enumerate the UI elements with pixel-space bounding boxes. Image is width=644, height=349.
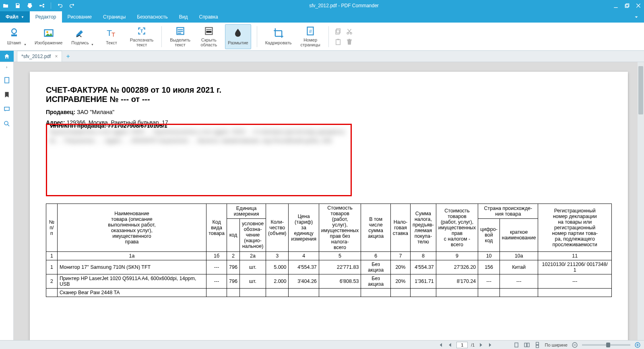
next-page-icon[interactable] <box>478 342 484 348</box>
add-tab[interactable]: + <box>62 51 74 62</box>
side-panel: › <box>0 62 14 340</box>
titlebar: sfv_2012.pdf - PDF Commander <box>0 0 644 11</box>
bookmarks-icon[interactable] <box>3 91 10 98</box>
close-window-icon[interactable] <box>635 2 642 9</box>
highlight-button[interactable]: Выделить текст <box>167 24 193 49</box>
table-row: 2Принтер HP LaserJet 1020 Q5911A A4, 600… <box>46 274 612 288</box>
svg-rect-25 <box>4 77 9 83</box>
restore-icon[interactable] <box>624 2 630 9</box>
svg-rect-21 <box>336 39 340 45</box>
status-bar: /1 По ширине <box>0 340 644 349</box>
zoom-in-icon[interactable] <box>634 342 641 348</box>
first-page-icon[interactable] <box>437 342 444 348</box>
svg-rect-34 <box>574 345 576 345</box>
pagenum-icon: # <box>305 26 316 36</box>
work-area: › СЧЕТ-ФАКТУРА № 000289 от 10 июля 2021 … <box>0 62 644 340</box>
pagenum-button[interactable]: # Номер страницы <box>298 24 323 49</box>
home-tab[interactable] <box>0 51 14 62</box>
sign-icon <box>74 27 86 39</box>
svg-rect-32 <box>536 345 539 347</box>
tab-pages[interactable]: Страницы <box>97 11 131 23</box>
stamp-button[interactable]: Штамп <box>4 24 28 49</box>
tab-file[interactable]: Файл <box>0 11 30 23</box>
tab-drawing[interactable]: Рисование <box>62 11 97 23</box>
search-icon[interactable] <box>3 120 10 127</box>
svg-rect-2 <box>626 4 629 6</box>
vertical-scrollbar[interactable] <box>638 62 644 340</box>
ocr-button[interactable]: T Распознать текст <box>128 24 156 49</box>
view-double-icon[interactable] <box>524 342 530 348</box>
blur-button[interactable]: Размытие <box>225 24 251 49</box>
ocr-label: Распознать текст <box>130 37 153 47</box>
tab-help[interactable]: Справка <box>194 11 224 23</box>
undo-icon[interactable] <box>57 2 63 9</box>
hide-icon <box>203 26 215 36</box>
crop-label: Кадрировать <box>265 40 292 45</box>
svg-rect-13 <box>178 33 181 33</box>
stamp-label: Штамп <box>7 40 21 45</box>
view-single-icon[interactable] <box>513 342 520 348</box>
menu-tabs: Файл Редактор Рисование Страницы Безопас… <box>0 11 644 23</box>
minimize-icon[interactable] <box>613 2 619 9</box>
doc-title1: СЧЕТ-ФАКТУРА № 000289 от 10 июля 2021 г. <box>46 85 612 95</box>
ribbon-editor: Штамп Изображение Подпись TT Текст T Рас… <box>0 23 644 51</box>
view-continuous-icon[interactable] <box>534 342 541 348</box>
expand-side-icon[interactable]: › <box>6 64 8 69</box>
zoom-mode[interactable]: По ширине <box>545 343 568 347</box>
print-icon[interactable] <box>27 2 33 9</box>
image-label: Изображение <box>35 40 62 45</box>
thumbnails-icon[interactable] <box>3 77 10 84</box>
prev-page-icon[interactable] <box>447 342 453 348</box>
sign-button[interactable]: Подпись <box>69 24 95 49</box>
svg-rect-30 <box>527 343 529 347</box>
highlight-icon <box>175 26 186 36</box>
doc-tab[interactable]: *sfv_2012.pdf × <box>17 51 62 62</box>
svg-point-3 <box>12 29 17 34</box>
delete-icon[interactable] <box>346 38 353 46</box>
svg-rect-12 <box>178 31 183 31</box>
svg-text:T: T <box>111 31 115 38</box>
crop-button[interactable]: Кадрировать <box>263 24 294 49</box>
image-button[interactable]: Изображение <box>32 24 65 49</box>
zoom-slider[interactable] <box>582 344 630 346</box>
svg-rect-16 <box>206 31 211 32</box>
svg-rect-0 <box>614 7 617 8</box>
pagenum-label: Номер страницы <box>301 37 320 47</box>
comments-icon[interactable] <box>3 106 10 113</box>
svg-point-27 <box>4 121 8 125</box>
table-row: Сканер Bear Paw 2448 TA <box>46 288 612 297</box>
collapse-ribbon[interactable] <box>629 11 644 23</box>
svg-rect-20 <box>336 30 339 34</box>
redo-icon[interactable] <box>69 2 75 9</box>
blurred-region: Грузоотправитель и его адрес: ООО … Груз… <box>50 127 348 193</box>
tab-view[interactable]: Вид <box>173 11 194 23</box>
open-icon[interactable] <box>2 2 9 9</box>
share-icon[interactable] <box>39 2 45 9</box>
last-page-icon[interactable] <box>487 342 494 348</box>
image-icon <box>43 27 54 39</box>
svg-point-6 <box>46 31 48 33</box>
close-tab-icon[interactable]: × <box>55 54 58 59</box>
svg-rect-29 <box>524 343 526 347</box>
save-icon[interactable] <box>14 2 21 9</box>
copy-icon[interactable] <box>334 28 342 35</box>
page-input[interactable] <box>456 342 468 348</box>
table-row: 1Монитор 17'' Samsung 710N (SKN) TFT---7… <box>46 260 612 274</box>
svg-text:T: T <box>140 29 143 33</box>
svg-rect-26 <box>4 107 9 110</box>
tab-security[interactable]: Безопасность <box>131 11 173 23</box>
hide-button[interactable]: Скрыть область <box>197 24 221 49</box>
invoice-table: № п/п Наименование товара (описание выпо… <box>46 204 612 297</box>
blur-icon <box>232 27 244 39</box>
window-title: sfv_2012.pdf - PDF Commander <box>75 3 613 8</box>
sign-label: Подпись <box>71 40 89 45</box>
svg-rect-19 <box>336 29 340 33</box>
blur-selection-box[interactable]: ИНН/КПП продавца: 7717027908/6710105/1 Г… <box>46 124 352 196</box>
tab-editor[interactable]: Редактор <box>30 11 62 23</box>
zoom-out-icon[interactable] <box>572 342 578 348</box>
document-viewer[interactable]: СЧЕТ-ФАКТУРА № 000289 от 10 июля 2021 г.… <box>14 62 644 340</box>
blur-label: Размытие <box>228 40 248 45</box>
paste-icon[interactable] <box>334 38 342 46</box>
text-button[interactable]: TT Текст <box>99 24 124 49</box>
cut-icon[interactable] <box>346 28 353 35</box>
